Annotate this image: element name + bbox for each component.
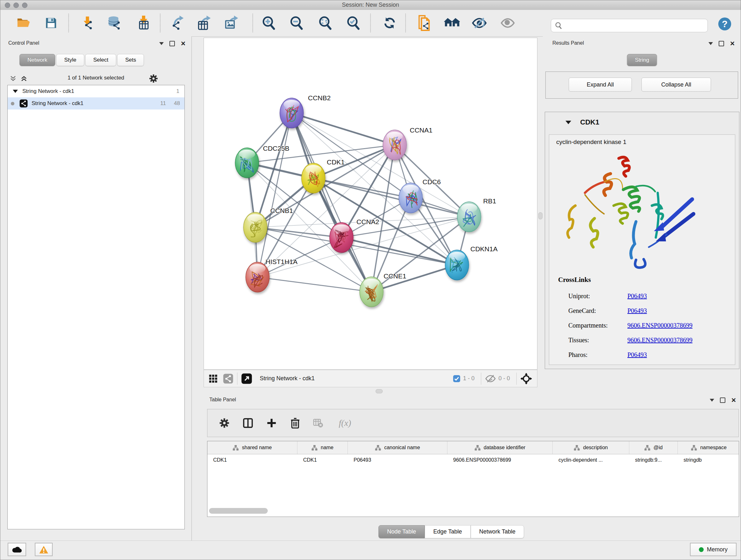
node-HIST1H1A[interactable] (246, 262, 269, 292)
pan-crosshair-icon[interactable] (521, 373, 532, 384)
zoom-in-button[interactable] (261, 15, 276, 30)
column-header-shared-name[interactable]: shared name (207, 441, 297, 454)
tab-string[interactable]: String (627, 54, 657, 66)
export-network-button[interactable] (170, 15, 185, 30)
memory-button[interactable]: Memory (690, 543, 737, 556)
table-cell[interactable]: stringdb (678, 457, 739, 463)
zoom-out-button[interactable] (289, 15, 304, 30)
edge-CCNA2-HIST1H1A[interactable] (258, 238, 341, 277)
show-all-networks-button[interactable] (444, 15, 459, 30)
edge-HIST1H1A-CCNE1[interactable] (258, 277, 372, 292)
gene-section-header[interactable]: CDK1 (545, 115, 739, 129)
table-cell[interactable]: CDK1 (297, 457, 348, 463)
export-image-button[interactable] (224, 15, 239, 30)
crosslink-link[interactable]: 9606.ENSP00000378699 (627, 336, 692, 344)
close-panel-icon[interactable]: ✕ (730, 42, 735, 46)
network-options-gear-icon[interactable] (149, 74, 158, 83)
float-panel-icon[interactable] (720, 397, 725, 403)
edge-CCNB2-CCNE1[interactable] (292, 113, 372, 292)
table-row[interactable]: CDK1CDK1P064939606.ENSP00000378699cyclin… (207, 454, 739, 466)
tab-style[interactable]: Style (56, 54, 84, 66)
edge-CCNA2-CDKN1A[interactable] (341, 238, 457, 265)
node-CDK1[interactable] (301, 163, 325, 193)
crosslink-link[interactable]: 9606.ENSP00000378699 (627, 322, 692, 329)
table-cell[interactable]: CDK1 (207, 457, 297, 463)
import-table-from-file-button[interactable] (136, 15, 151, 30)
node-CCNB2[interactable] (280, 98, 304, 128)
panel-menu-icon[interactable] (710, 399, 714, 401)
tab-network[interactable]: Network (19, 54, 55, 66)
panel-menu-icon[interactable] (159, 42, 164, 45)
save-session-button[interactable] (44, 15, 59, 30)
zoom-selected-button[interactable] (346, 15, 361, 30)
table-cell[interactable]: stringdb:9... (629, 457, 678, 463)
crosslink-link[interactable]: P06493 (627, 293, 647, 300)
tab-sets[interactable]: Sets (117, 54, 144, 66)
open-session-button[interactable] (16, 15, 31, 30)
node-CDC25B[interactable] (235, 148, 259, 178)
gene-expander-icon[interactable] (565, 121, 571, 124)
column-header-name[interactable]: name (297, 441, 348, 454)
close-panel-icon[interactable]: ✕ (181, 42, 186, 46)
apply-layout-button[interactable] (382, 15, 397, 30)
edge-CCNB2-CCNA1[interactable] (292, 113, 395, 145)
collapse-all-button[interactable]: Collapse All (642, 78, 711, 91)
node-CDC6[interactable] (399, 183, 422, 213)
table-options-gear-icon[interactable] (217, 416, 232, 430)
crosslink-link[interactable]: P06493 (627, 307, 647, 314)
delete-table-icon[interactable] (311, 416, 326, 430)
function-builder-icon[interactable]: f(x) (334, 416, 356, 430)
import-network-from-file-button[interactable] (80, 15, 95, 30)
column-header-database-identifier[interactable]: database identifier (448, 441, 553, 454)
warnings-button[interactable] (35, 543, 53, 556)
cloud-button[interactable] (8, 543, 26, 556)
crosslink-link[interactable]: P06493 (627, 351, 647, 359)
float-panel-icon[interactable] (719, 41, 724, 46)
show-columns-icon[interactable] (241, 416, 255, 430)
tab-edge-table[interactable]: Edge Table (425, 525, 471, 538)
panel-menu-icon[interactable] (709, 42, 713, 45)
network-collection-row[interactable]: String Network - cdk1 1 (8, 85, 185, 98)
graphics-details-button[interactable] (500, 15, 515, 30)
table-horizontal-scrollbar[interactable] (209, 508, 268, 514)
table-cell[interactable]: 9606.ENSP00000378699 (448, 457, 553, 463)
import-network-from-database-button[interactable] (107, 15, 122, 30)
selected-checkbox-icon[interactable] (453, 375, 461, 382)
search-input[interactable] (564, 22, 708, 29)
zoom-fit-button[interactable] (318, 15, 333, 30)
edge-CCNB2-HIST1H1A[interactable] (258, 113, 292, 277)
node-CCNA1[interactable] (383, 130, 407, 160)
hidden-eye-icon[interactable] (485, 374, 496, 383)
vertical-splitter-handle[interactable] (538, 212, 542, 219)
node-CDKN1A[interactable] (445, 250, 469, 280)
column-header--id[interactable]: @id (629, 441, 678, 454)
tab-network-table[interactable]: Network Table (471, 525, 524, 538)
column-header-namespace[interactable]: namespace (678, 441, 739, 454)
hide-show-graphics-button[interactable] (472, 15, 487, 30)
delete-column-icon[interactable] (288, 416, 302, 430)
table-cell[interactable]: cyclin-dependent ... (553, 457, 629, 463)
table-cell[interactable]: P06493 (348, 457, 448, 463)
horizontal-splitter-handle[interactable] (376, 389, 383, 393)
tab-node-table[interactable]: Node Table (379, 525, 425, 538)
column-header-description[interactable]: description (553, 441, 629, 454)
help-button[interactable]: ? (717, 16, 732, 32)
close-panel-icon[interactable]: ✕ (731, 398, 736, 402)
detach-view-icon[interactable] (241, 373, 252, 384)
network-canvas[interactable]: CCNB2CCNA1CDC25BCDK1CDC6RB1CCNB1CCNA2CDK… (204, 38, 537, 370)
export-table-button[interactable] (196, 15, 212, 30)
node-CCNA2[interactable] (330, 223, 353, 253)
column-header-canonical-name[interactable]: canonical name (348, 441, 448, 454)
float-panel-icon[interactable] (170, 41, 175, 46)
expand-all-button[interactable]: Expand All (569, 78, 632, 91)
node-CCNE1[interactable] (360, 277, 383, 307)
add-column-icon[interactable] (264, 416, 279, 430)
tab-select[interactable]: Select (85, 54, 116, 66)
network-row[interactable]: String Network - cdk1 11 48 (8, 98, 185, 110)
network-share-icon[interactable] (223, 374, 233, 384)
collection-expander-icon[interactable] (13, 90, 18, 93)
node-CCNB1[interactable] (244, 212, 267, 242)
node-RB1[interactable] (457, 202, 481, 232)
grid-mode-icon[interactable] (208, 374, 218, 383)
clone-network-button[interactable] (416, 15, 431, 30)
